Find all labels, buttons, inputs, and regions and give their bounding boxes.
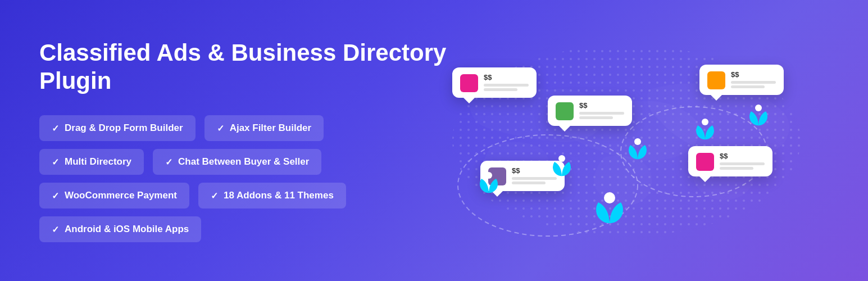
card-lines-3	[731, 81, 776, 88]
feature-drag-drop: ✓ Drag & Drop Form Builder	[39, 115, 196, 141]
features-grid: ✓ Drag & Drop Form Builder ✓ Ajax Filter…	[39, 115, 478, 242]
feature-woocommerce: ✓ WooCommerce Payment	[39, 183, 189, 209]
main-title: Classified Ads & Business Directory Plug…	[39, 39, 478, 96]
card-content-2: $$	[579, 101, 624, 119]
card-line	[484, 84, 529, 87]
listing-card-4: $$	[688, 146, 772, 176]
feature-label: Chat Between Buyer & Seller	[178, 156, 309, 167]
check-icon: ✓	[52, 224, 59, 235]
card-content-4: $$	[720, 152, 765, 170]
feature-label: Ajax Filter Builder	[230, 123, 311, 134]
features-row-3: ✓ WooCommerce Payment ✓ 18 Addons & 11 T…	[39, 183, 478, 209]
card-lines-2	[579, 112, 624, 119]
features-row-4: ✓ Android & iOS Mobile Apps	[39, 216, 478, 242]
check-icon: ✓	[211, 191, 218, 201]
listing-card-3: $$	[699, 65, 784, 95]
listing-card-5: $$	[480, 161, 565, 191]
check-icon: ✓	[217, 123, 224, 134]
feature-label: Multi Directory	[65, 156, 131, 167]
card-line	[731, 81, 776, 84]
right-illustration: $$ $$	[478, 28, 829, 253]
banner: Classified Ads & Business Directory Plug…	[0, 0, 868, 281]
card-line	[512, 182, 546, 184]
feature-addons: ✓ 18 Addons & 11 Themes	[198, 183, 346, 209]
features-row-1: ✓ Drag & Drop Form Builder ✓ Ajax Filter…	[39, 115, 478, 141]
card-lines-4	[720, 162, 765, 170]
card-price-3: $$	[731, 70, 776, 79]
card-thumbnail-5	[488, 167, 506, 185]
card-lines-1	[484, 84, 529, 91]
card-line	[731, 85, 765, 88]
feature-label: WooCommerce Payment	[65, 190, 177, 201]
check-icon: ✓	[52, 191, 59, 201]
world-map: $$ $$	[435, 34, 817, 247]
feature-label: Android & iOS Mobile Apps	[65, 224, 189, 235]
card-line	[484, 88, 517, 91]
check-icon: ✓	[165, 157, 172, 167]
card-line	[720, 167, 753, 170]
listing-card-2: $$	[548, 96, 632, 126]
card-price-4: $$	[720, 152, 765, 160]
feature-label: 18 Addons & 11 Themes	[224, 190, 334, 201]
card-content-5: $$	[512, 166, 557, 184]
feature-chat: ✓ Chat Between Buyer & Seller	[153, 149, 321, 175]
card-line	[579, 116, 613, 119]
features-row-2: ✓ Multi Directory ✓ Chat Between Buyer &…	[39, 149, 478, 175]
card-price-1: $$	[484, 73, 529, 81]
card-price-2: $$	[579, 101, 624, 110]
card-price-5: $$	[512, 166, 557, 175]
card-thumbnail-2	[556, 102, 574, 120]
card-content-3: $$	[731, 70, 776, 88]
card-thumbnail-4	[696, 153, 714, 171]
card-line	[579, 112, 624, 115]
feature-multi-dir: ✓ Multi Directory	[39, 149, 144, 175]
card-line	[512, 177, 557, 180]
card-content-1: $$	[484, 73, 529, 91]
card-line	[720, 162, 765, 165]
card-thumbnail-3	[707, 71, 725, 89]
check-icon: ✓	[52, 123, 59, 134]
check-icon: ✓	[52, 157, 59, 167]
left-content: Classified Ads & Business Directory Plug…	[39, 39, 478, 243]
feature-ajax-filter: ✓ Ajax Filter Builder	[204, 115, 324, 141]
card-lines-5	[512, 177, 557, 184]
feature-label: Drag & Drop Form Builder	[65, 123, 183, 134]
feature-mobile-apps: ✓ Android & iOS Mobile Apps	[39, 216, 201, 242]
